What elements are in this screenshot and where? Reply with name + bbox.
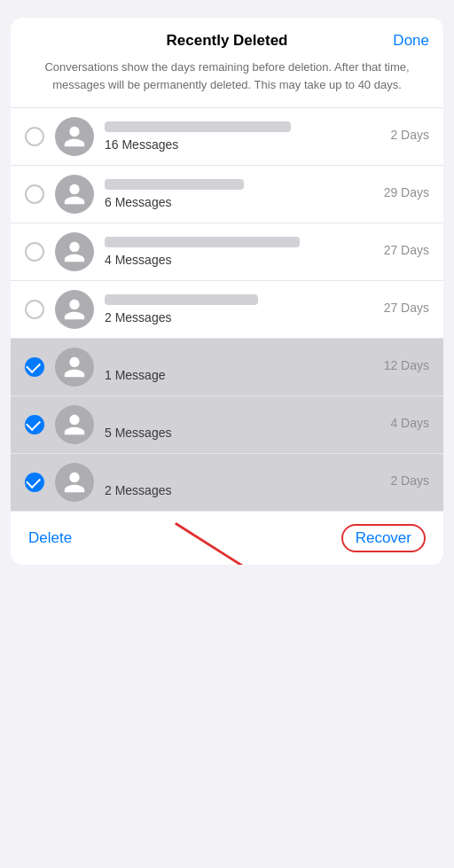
days-label: 12 Days [384, 358, 429, 372]
item-content: 1 Message [105, 352, 384, 383]
name-redacted-bar [105, 410, 233, 420]
radio-unchecked-icon [25, 127, 44, 146]
item-content: 4 Messages [105, 237, 384, 268]
radio-checked-icon [25, 415, 44, 434]
name-redacted-bar [105, 121, 291, 132]
person-icon [62, 124, 87, 149]
done-button[interactable]: Done [393, 32, 429, 50]
days-remaining: 2 Days [390, 473, 429, 491]
radio-unchecked-icon [25, 184, 44, 204]
list-item[interactable]: 5 Messages4 Days [11, 395, 443, 453]
avatar [55, 463, 94, 502]
message-count: 6 Messages [105, 195, 171, 209]
days-label: 4 Days [390, 416, 429, 430]
subtitle-text: Conversations show the days remaining be… [11, 59, 443, 107]
list-item[interactable]: 6 Messages29 Days [11, 165, 443, 223]
header: Recently Deleted Done [11, 18, 443, 59]
person-icon [62, 297, 87, 322]
avatar [55, 348, 94, 387]
days-remaining: 29 Days [384, 185, 429, 203]
item-content: 2 Messages [105, 294, 384, 325]
avatar [55, 117, 94, 156]
bottom-bar: Delete Recover [11, 511, 443, 565]
item-content: 6 Messages [105, 179, 384, 210]
modal: Recently Deleted Done Conversations show… [11, 18, 443, 565]
name-redacted-bar [105, 467, 270, 478]
message-count: 2 Messages [105, 483, 171, 497]
radio-checked-icon [25, 357, 44, 377]
message-count: 1 Message [105, 368, 165, 382]
days-remaining: 27 Days [384, 243, 429, 261]
recover-button[interactable]: Recover [341, 524, 426, 552]
days-label: 27 Days [384, 301, 429, 315]
person-icon [62, 182, 87, 207]
item-content: 2 Messages [105, 467, 390, 498]
name-redacted-bar [105, 352, 272, 363]
days-label: 2 Days [390, 128, 429, 142]
name-redacted-bar [105, 294, 258, 305]
item-content: 5 Messages [105, 410, 390, 441]
message-count: 2 Messages [105, 310, 171, 325]
days-remaining: 2 Days [390, 128, 429, 145]
page-title: Recently Deleted [167, 32, 288, 50]
name-redacted-bar [105, 237, 300, 247]
message-count: 5 Messages [105, 426, 171, 440]
radio-unchecked-icon [25, 242, 44, 262]
item-content: 16 Messages [105, 121, 390, 152]
list-item[interactable]: 1 Message12 Days [11, 338, 443, 395]
days-remaining: 12 Days [384, 358, 429, 376]
person-icon [62, 470, 87, 495]
person-icon [62, 355, 87, 379]
days-label: 2 Days [390, 473, 429, 488]
person-icon [62, 412, 87, 437]
list-item[interactable]: 2 Messages27 Days [11, 280, 443, 338]
list-item[interactable]: 16 Messages2 Days [11, 107, 443, 165]
list-item[interactable]: 4 Messages27 Days [11, 223, 443, 280]
delete-button[interactable]: Delete [28, 529, 72, 547]
days-remaining: 27 Days [384, 301, 429, 318]
person-icon [62, 239, 87, 264]
name-redacted-bar [105, 179, 244, 190]
days-label: 27 Days [384, 243, 429, 257]
avatar [55, 405, 94, 444]
list-item[interactable]: 2 Messages2 Days [11, 453, 443, 511]
message-count: 4 Messages [105, 253, 171, 267]
avatar [55, 175, 94, 214]
message-count: 16 Messages [105, 137, 178, 152]
days-remaining: 4 Days [390, 416, 429, 434]
radio-unchecked-icon [25, 300, 44, 319]
radio-checked-icon [25, 473, 44, 492]
avatar [55, 290, 94, 329]
conversation-list: 16 Messages2 Days 6 Messages29 Days 4 Me… [11, 107, 443, 511]
days-label: 29 Days [384, 185, 429, 199]
avatar [55, 232, 94, 271]
page-wrapper: Recently Deleted Done Conversations show… [0, 0, 454, 583]
